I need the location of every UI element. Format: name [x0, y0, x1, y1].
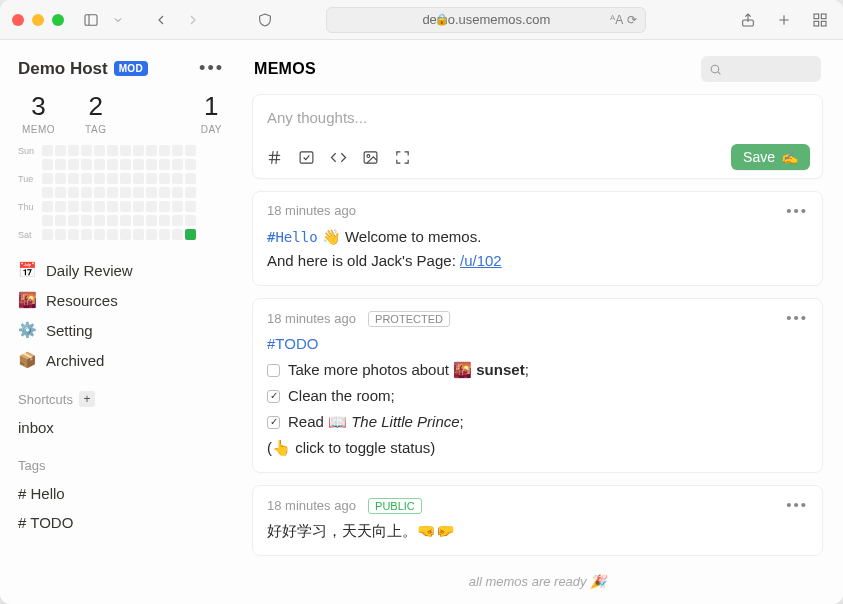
nav-forward-button[interactable]	[182, 10, 204, 30]
todo-item[interactable]: Take more photos about 🌇 sunset;	[267, 358, 808, 382]
sidebar: Demo Host MOD ••• 3 MEMO 2 TAG 1 DAY	[0, 40, 242, 604]
close-window-button[interactable]	[12, 14, 24, 26]
browser-titlebar: 🔒 demo.usememos.com ᴬA ⟳	[0, 0, 843, 40]
code-icon[interactable]	[329, 148, 347, 166]
heat-lbl-sun: Sun	[18, 146, 40, 156]
todo-suffix: ;	[460, 413, 464, 430]
tags-section: Tags	[18, 458, 228, 473]
wave-icon: 👋	[322, 228, 341, 245]
share-icon[interactable]	[737, 10, 759, 30]
minimize-window-button[interactable]	[32, 14, 44, 26]
svg-point-17	[366, 154, 369, 157]
nav-resources[interactable]: 🌇 Resources	[18, 291, 228, 309]
stat-tag-value: 2	[85, 91, 106, 122]
reader-icon[interactable]: ᴬA	[610, 13, 623, 27]
svg-rect-7	[814, 21, 819, 26]
nav-daily-review[interactable]: 📅 Daily Review	[18, 261, 228, 279]
footer-status: all memos are ready 🎉	[252, 574, 823, 589]
stat-tag[interactable]: 2 TAG	[85, 91, 106, 135]
add-shortcut-button[interactable]: +	[79, 391, 95, 407]
memo-tag-link[interactable]: #TODO	[267, 335, 318, 352]
heat-lbl-thu: Thu	[18, 202, 40, 212]
checkbox-checked-icon[interactable]	[267, 390, 280, 403]
svg-rect-15	[300, 151, 313, 162]
writing-hand-icon: ✍️	[781, 149, 798, 165]
memo-timestamp: 18 minutes ago	[267, 311, 356, 326]
memo-tag-link[interactable]: #Hello	[267, 229, 318, 245]
memo-card: 18 minutes ago ••• #Hello 👋 Welcome to m…	[252, 191, 823, 286]
host-name-text: Demo Host	[18, 59, 108, 79]
memo-more-button[interactable]: •••	[786, 202, 808, 219]
nav-setting[interactable]: ⚙️ Setting	[18, 321, 228, 339]
search-input[interactable]	[701, 56, 821, 82]
svg-rect-6	[821, 14, 826, 19]
stat-memo[interactable]: 3 MEMO	[22, 91, 55, 135]
nav-setting-label: Setting	[46, 322, 93, 339]
todo-item[interactable]: Read 📖 The Little Prince;	[267, 410, 808, 434]
sidebar-dropdown-icon[interactable]	[112, 10, 124, 30]
fullscreen-icon[interactable]	[393, 148, 411, 166]
stat-tag-label: TAG	[85, 124, 106, 135]
image-icon[interactable]	[361, 148, 379, 166]
stat-day-value: 1	[201, 91, 222, 122]
todo-item[interactable]: Clean the room;	[267, 384, 808, 408]
sunset-icon: 🌇	[18, 291, 36, 309]
sunset-icon: 🌇	[453, 361, 472, 378]
maximize-window-button[interactable]	[52, 14, 64, 26]
nav-back-button[interactable]	[150, 10, 172, 30]
page-title: MEMOS	[254, 60, 316, 78]
stat-day-label: DAY	[201, 124, 222, 135]
main-column: MEMOS Any thoughts...	[242, 40, 843, 604]
host-name[interactable]: Demo Host MOD	[18, 59, 148, 79]
heatmap-active-cell[interactable]	[185, 229, 196, 240]
tag-hello[interactable]: # Hello	[18, 485, 228, 502]
reload-controls[interactable]: ᴬA ⟳	[610, 13, 637, 27]
save-button[interactable]: Save ✍️	[731, 144, 810, 170]
search-icon	[709, 63, 722, 76]
memo-card: 18 minutes ago PROTECTED ••• #TODO Take …	[252, 298, 823, 473]
memo-text: 好好学习，天天向上。🤜🤛	[267, 519, 808, 543]
svg-rect-16	[364, 151, 377, 162]
book-icon: 📖	[328, 413, 347, 430]
stat-day[interactable]: 1 DAY	[201, 91, 222, 135]
stat-memo-label: MEMO	[22, 124, 55, 135]
checklist-icon[interactable]	[297, 148, 315, 166]
svg-rect-5	[814, 14, 819, 19]
memo-composer: Any thoughts... Save ✍️	[252, 94, 823, 179]
hashtag-icon[interactable]	[265, 148, 283, 166]
memo-hint: (👆 click to toggle status)	[267, 436, 808, 460]
todo-text: Take more photos about	[288, 361, 453, 378]
tag-todo[interactable]: # TODO	[18, 514, 228, 531]
shortcut-inbox[interactable]: inbox	[18, 419, 228, 436]
nav-daily-review-label: Daily Review	[46, 262, 133, 279]
composer-textarea[interactable]: Any thoughts...	[265, 105, 810, 144]
activity-heatmap[interactable]: Sun Tue Thu Sat	[18, 145, 228, 243]
stats-row: 3 MEMO 2 TAG 1 DAY	[18, 91, 228, 135]
memo-card: 18 minutes ago PUBLIC ••• 好好学习，天天向上。🤜🤛	[252, 485, 823, 556]
address-bar[interactable]: 🔒 demo.usememos.com ᴬA ⟳	[326, 7, 646, 33]
new-tab-icon[interactable]	[773, 10, 795, 30]
shortcuts-label: Shortcuts	[18, 392, 73, 407]
todo-bold: sunset	[476, 361, 524, 378]
memo-timestamp: 18 minutes ago	[267, 203, 356, 218]
shield-icon[interactable]	[254, 10, 276, 30]
memo-more-button[interactable]: •••	[786, 496, 808, 513]
todo-italic: The Little Prince	[351, 413, 459, 430]
nav-resources-label: Resources	[46, 292, 118, 309]
sidebar-toggle-icon[interactable]	[80, 10, 102, 30]
svg-line-10	[718, 71, 720, 73]
memo-inline-link[interactable]: /u/102	[460, 252, 502, 269]
save-button-label: Save	[743, 149, 775, 165]
reload-icon[interactable]: ⟳	[627, 13, 637, 27]
tab-grid-icon[interactable]	[809, 10, 831, 30]
memo-more-button[interactable]: •••	[786, 309, 808, 326]
visibility-badge-protected: PROTECTED	[368, 311, 450, 327]
svg-line-13	[271, 151, 272, 164]
shortcuts-section: Shortcuts +	[18, 391, 228, 407]
checkbox-checked-icon[interactable]	[267, 416, 280, 429]
app-window: 🔒 demo.usememos.com ᴬA ⟳ Demo Ho	[0, 0, 843, 604]
nav-archived[interactable]: 📦 Archived	[18, 351, 228, 369]
checkbox-unchecked-icon[interactable]	[267, 364, 280, 377]
sidebar-more-button[interactable]: •••	[195, 58, 228, 79]
todo-suffix: ;	[525, 361, 529, 378]
